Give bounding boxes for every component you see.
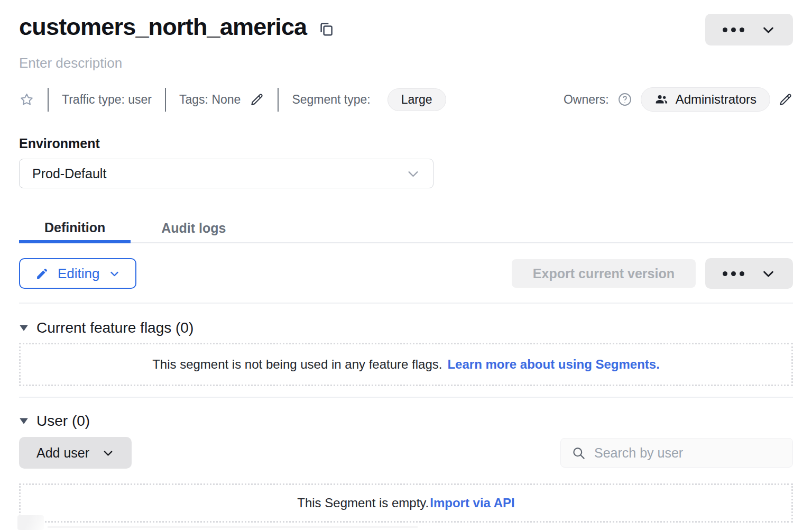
environment-selected-value: Prod-Default	[32, 166, 106, 181]
user-controls: Add user	[19, 437, 793, 469]
segment-type: Segment type: Large	[292, 88, 446, 111]
add-user-label: Add user	[36, 445, 89, 461]
environment-select[interactable]: Prod-Default	[19, 159, 433, 188]
import-via-api-link[interactable]: Import via API	[430, 496, 514, 510]
tab-bar: Definition Audit logs	[19, 213, 793, 243]
chevron-down-icon	[406, 167, 420, 181]
header: customers_north_america	[19, 0, 793, 45]
search-icon	[571, 446, 586, 460]
chevron-down-icon	[761, 267, 776, 281]
feature-flags-section-title: Current feature flags (0)	[36, 319, 193, 336]
traffic-type-label: Traffic type: user	[62, 93, 152, 107]
collapse-caret-icon	[19, 417, 29, 425]
definition-toolbar: Editing Export current version	[19, 258, 793, 289]
pencil-icon	[35, 267, 49, 280]
user-section-header[interactable]: User (0)	[19, 413, 90, 430]
description-placeholder[interactable]: Enter description	[19, 55, 793, 71]
ellipsis-icon	[723, 28, 744, 32]
search-by-user-input[interactable]	[593, 445, 782, 461]
cutoff-element	[17, 515, 44, 530]
page-title: customers_north_america	[19, 14, 307, 40]
feature-flags-section-header[interactable]: Current feature flags (0)	[19, 319, 193, 336]
collapse-caret-icon	[19, 324, 29, 332]
segment-type-badge: Large	[387, 88, 446, 111]
tab-definition[interactable]: Definition	[19, 213, 131, 243]
tags: Tags: None	[179, 93, 264, 107]
chevron-down-icon	[109, 268, 120, 279]
feature-flags-empty-text: This segment is not being used in any fe…	[152, 357, 442, 372]
owners-group: Owners: Administrators	[564, 87, 793, 112]
help-question-icon[interactable]	[617, 92, 632, 107]
add-user-button[interactable]: Add user	[19, 437, 132, 469]
tags-label: Tags: None	[179, 93, 241, 107]
cutoff-element	[48, 526, 418, 528]
meta-row: Traffic type: user Tags: None Segment ty…	[19, 87, 793, 112]
toolbar-right: Export current version	[512, 258, 793, 289]
divider	[19, 397, 793, 398]
learn-more-segments-link[interactable]: Learn more about using Segments.	[447, 357, 659, 372]
ellipsis-icon	[723, 271, 744, 276]
search-by-user-box	[560, 438, 793, 468]
export-current-version-button[interactable]: Export current version	[512, 259, 696, 288]
segment-type-label: Segment type:	[292, 93, 370, 107]
feature-flags-empty-state: This segment is not being used in any fe…	[19, 343, 793, 386]
tab-audit-logs[interactable]: Audit logs	[136, 213, 251, 243]
people-icon	[654, 93, 669, 107]
edit-tags-pencil-icon[interactable]	[250, 93, 264, 107]
user-empty-state: This Segment is empty. Import via API	[19, 483, 793, 523]
divider	[48, 88, 49, 112]
segment-detail-page: customers_north_america Enter descriptio…	[0, 0, 812, 523]
editing-label: Editing	[58, 266, 100, 282]
header-more-button[interactable]	[705, 14, 793, 45]
divider	[19, 303, 793, 304]
title-wrap: customers_north_america	[19, 14, 334, 40]
editing-mode-button[interactable]: Editing	[19, 258, 136, 289]
divider	[278, 88, 279, 112]
user-empty-text: This Segment is empty.	[297, 496, 429, 510]
divider	[165, 88, 166, 112]
edit-owners-pencil-icon[interactable]	[779, 93, 793, 107]
chevron-down-icon	[102, 447, 114, 459]
environment-label: Environment	[19, 136, 793, 151]
favorite-star-icon[interactable]	[19, 92, 34, 107]
traffic-type: Traffic type: user	[62, 93, 152, 107]
toolbar-more-button[interactable]	[705, 258, 793, 289]
owners-pill[interactable]: Administrators	[641, 87, 770, 112]
owners-value: Administrators	[676, 92, 756, 107]
owners-label: Owners:	[564, 93, 609, 107]
chevron-down-icon	[761, 23, 776, 37]
copy-icon[interactable]	[318, 21, 334, 37]
user-section-title: User (0)	[36, 413, 90, 430]
